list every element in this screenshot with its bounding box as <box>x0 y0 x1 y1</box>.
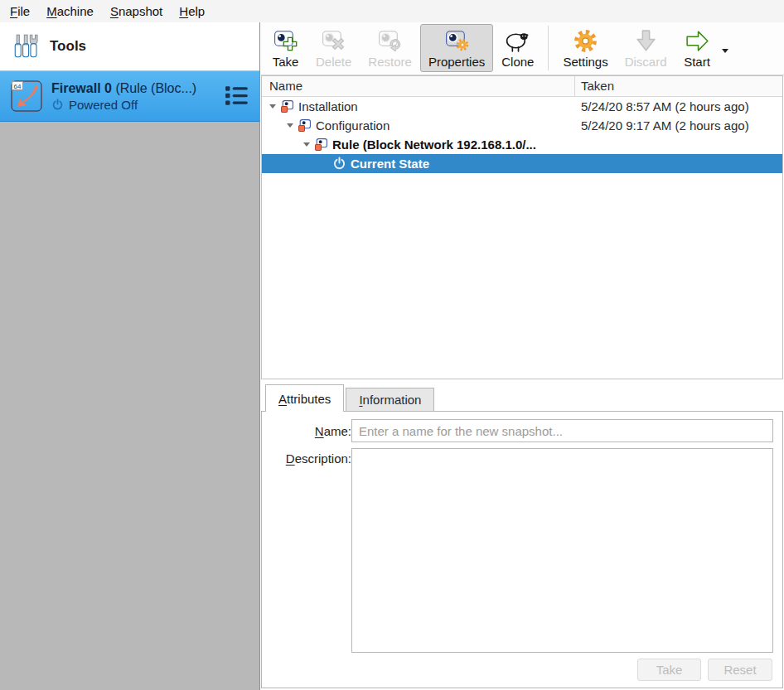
vm-name: Firewall 0 <box>51 81 112 95</box>
menu-item-snapshot[interactable]: Snapshot <box>102 2 171 21</box>
start-arrow-icon <box>684 27 711 55</box>
tree-row-configuration[interactable]: Configuration 5/24/20 9:17 AM (2 hours a… <box>262 116 782 135</box>
settings-gear-icon <box>572 27 599 55</box>
snapshot-taken: 5/24/20 9:17 AM (2 hours ago) <box>575 116 782 135</box>
settings-button[interactable]: Settings <box>554 24 616 72</box>
tree-row-rule[interactable]: Rule (Block Network 192.168.1.0/... <box>262 135 782 154</box>
snapshot-name-input[interactable] <box>351 419 773 442</box>
snapshot-icon <box>314 138 328 152</box>
vm-status: Powered Off <box>51 98 196 112</box>
take-label: Take <box>273 55 299 69</box>
tools-label: Tools <box>50 38 86 55</box>
take-snapshot-icon <box>272 27 299 55</box>
vm-status-label: Powered Off <box>69 98 138 112</box>
vm-sidebar: Tools Firewall 0 (Rule (Bloc...) Powered… <box>0 22 260 690</box>
snapshot-taken: 5/24/20 8:57 AM (2 hours ago) <box>575 97 782 116</box>
properties-icon <box>443 27 471 55</box>
detail-tabs: Attributes Information <box>265 384 434 412</box>
tree-cell-name: Rule (Block Network 192.168.1.0/... <box>262 135 575 154</box>
clone-button[interactable]: Clone <box>493 24 542 72</box>
delete-label: Delete <box>316 55 351 69</box>
expand-arrow-icon[interactable] <box>283 123 297 128</box>
restore-snapshot-button[interactable]: Restore <box>360 24 420 72</box>
tree-cell-name: Installation <box>262 97 575 116</box>
snapshot-icon <box>280 99 294 113</box>
description-label: Description: <box>269 451 351 466</box>
clone-label: Clone <box>501 55 534 69</box>
vm-title: Firewall 0 (Rule (Bloc...) <box>51 81 196 96</box>
tree-row-current-state[interactable]: Current State <box>262 154 782 173</box>
tree-cell-name: Configuration <box>262 116 575 135</box>
vm-texts: Firewall 0 (Rule (Bloc...) Powered Off <box>51 81 196 112</box>
tree-cell-name: Current State <box>262 154 575 173</box>
discard-button[interactable]: Discard <box>617 24 675 72</box>
vm-list-item-firewall0[interactable]: Firewall 0 (Rule (Bloc...) Powered Off <box>0 70 259 122</box>
start-button[interactable]: Start <box>675 24 719 72</box>
start-dropdown-caret-icon[interactable] <box>722 49 728 53</box>
vm-os-icon <box>10 80 43 113</box>
column-header-name[interactable]: Name <box>262 76 575 96</box>
delete-snapshot-button[interactable]: Delete <box>307 24 360 72</box>
list-icon <box>225 84 249 106</box>
menu-item-machine[interactable]: Machine <box>38 2 102 21</box>
name-label: Name: <box>269 424 351 438</box>
restore-snapshot-icon <box>376 27 404 55</box>
discard-arrow-icon <box>632 27 660 55</box>
properties-button[interactable]: Properties <box>420 24 493 72</box>
snapshot-icon <box>298 118 312 133</box>
menu-item-help[interactable]: Help <box>171 2 213 21</box>
snapshot-description-textarea[interactable] <box>351 448 773 653</box>
power-icon <box>332 157 346 171</box>
snapshot-toolbar: Take Delete Restore Properties Clone Set… <box>261 22 784 75</box>
properties-label: Properties <box>428 55 485 69</box>
sidebar-tools-button[interactable]: Tools <box>0 22 259 70</box>
snapshot-taken <box>575 154 782 173</box>
start-label: Start <box>684 55 710 69</box>
power-icon <box>51 99 64 111</box>
tools-icon <box>12 32 40 60</box>
column-header-taken[interactable]: Taken <box>575 76 782 96</box>
vm-detail: (Rule (Bloc...) <box>115 81 196 95</box>
menu-item-file[interactable]: File <box>2 2 38 21</box>
delete-snapshot-icon <box>320 27 347 55</box>
settings-label: Settings <box>563 55 607 69</box>
take-button[interactable]: Take <box>637 659 701 681</box>
menu-bar: File Machine Snapshot Help <box>0 0 784 22</box>
discard-label: Discard <box>625 55 667 69</box>
snapshot-taken <box>575 135 782 154</box>
expand-arrow-icon[interactable] <box>300 142 313 147</box>
tree-header: Name Taken <box>262 76 782 97</box>
restore-label: Restore <box>368 55 412 69</box>
snapshot-name: Installation <box>298 97 358 116</box>
snapshot-tree: Name Taken Installation 5/24/20 8:57 AM … <box>261 75 783 379</box>
snapshot-name: Configuration <box>316 116 390 135</box>
attributes-panel: Name: Description: Take Reset <box>261 411 783 688</box>
tab-attributes[interactable]: Attributes <box>265 384 344 412</box>
take-snapshot-button[interactable]: Take <box>264 24 307 72</box>
toolbar-separator <box>548 26 549 70</box>
snapshot-name: Rule (Block Network 192.168.1.0/... <box>332 135 536 154</box>
reset-button[interactable]: Reset <box>708 659 772 681</box>
tab-information[interactable]: Information <box>346 388 434 412</box>
clone-sheep-icon <box>504 27 531 55</box>
expand-arrow-icon[interactable] <box>266 104 279 109</box>
snapshot-name: Current State <box>351 154 429 173</box>
tree-row-installation[interactable]: Installation 5/24/20 8:57 AM (2 hours ag… <box>262 97 782 116</box>
vm-tools-menu-button[interactable] <box>225 84 249 109</box>
